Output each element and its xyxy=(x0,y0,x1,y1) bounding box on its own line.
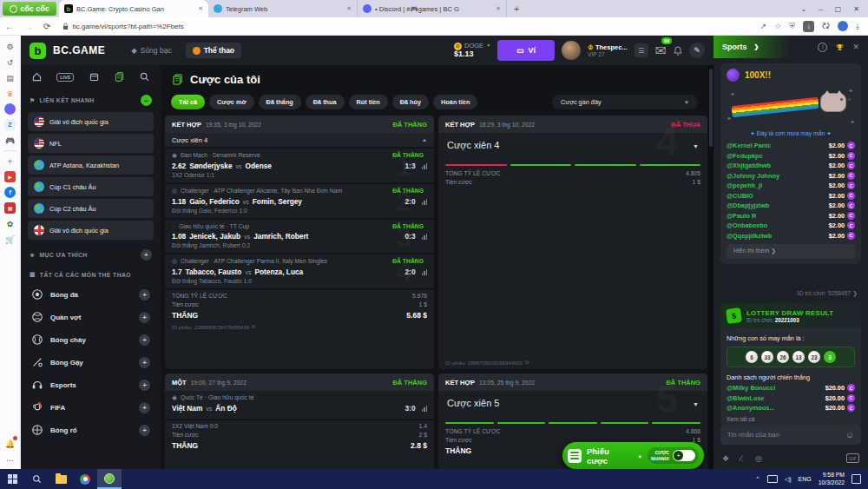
rain-winner-row[interactable]: @CUBIO$2.00C xyxy=(727,192,855,200)
user-avatar[interactable] xyxy=(562,41,581,60)
quick-link-item[interactable]: ATP Astana, Kazakhstan xyxy=(28,155,154,175)
filter-cancelled[interactable]: Đã hủy xyxy=(392,95,429,109)
maximize-button[interactable]: ▢ xyxy=(835,5,842,13)
zalo-icon[interactable]: Z xyxy=(4,119,16,130)
chat-rules-icon[interactable]: ∕. xyxy=(740,454,744,463)
expand-sport-button[interactable]: + xyxy=(139,402,150,413)
scrollbar-thumb[interactable] xyxy=(709,69,713,147)
more-icon[interactable]: ⋯ xyxy=(4,454,16,466)
collapse-icon[interactable]: ▲ xyxy=(422,137,427,142)
youtube-icon[interactable]: ▶ xyxy=(4,171,16,182)
search-icon[interactable] xyxy=(139,71,150,83)
sidebar-item-tennis[interactable]: Quần vợt + xyxy=(28,307,154,327)
quick-bet-toggle[interactable]: CƯỢCNHANH! + xyxy=(648,447,699,464)
view-all-link[interactable]: Xem tất cả xyxy=(727,416,855,422)
chat-toggle-icon[interactable]: ✎ xyxy=(689,43,705,58)
taskbar-clock[interactable]: 9:58 PM10/3/2022 xyxy=(819,472,845,486)
network-icon[interactable] xyxy=(767,475,778,483)
coin-drop-icon[interactable]: ◎ xyxy=(755,454,762,463)
taskbar-search-icon[interactable] xyxy=(24,469,49,489)
tab-telegram[interactable]: Telegram Web✕ xyxy=(208,0,358,17)
lottery-winner-row[interactable]: @Milky Bonucci$20.00C xyxy=(727,384,855,392)
share-icon[interactable]: ↗ xyxy=(760,22,767,30)
chat-channel-sports[interactable]: Sports❯ xyxy=(713,36,793,58)
quick-link-item[interactable]: Giải vô địch quốc gia xyxy=(28,112,154,131)
rain-game-id[interactable]: ID trò chơi: 5258457 ❯ xyxy=(798,290,858,297)
bell-icon[interactable]: 🔔 xyxy=(4,438,16,449)
bcgame-logo-icon[interactable]: b xyxy=(30,43,46,59)
lottery-winner-row[interactable]: @Anonymous...$20.00C xyxy=(727,404,855,412)
chrome-icon[interactable] xyxy=(73,469,97,489)
filter-lost[interactable]: Đã thua xyxy=(306,95,345,109)
games-controller-icon[interactable]: 🎮 xyxy=(4,135,16,146)
expand-sport-button[interactable]: + xyxy=(139,334,150,346)
volume-icon[interactable]: ◁) xyxy=(785,476,792,483)
rain-winner-row[interactable]: @Qqepjdkziwb$2.00C xyxy=(727,232,855,240)
copy-icon[interactable]: ⧉ xyxy=(252,324,255,330)
tab-close-icon[interactable]: ✕ xyxy=(346,5,352,12)
action-center-icon[interactable] xyxy=(852,474,861,484)
sidebar-item-football[interactable]: Bóng đá + xyxy=(28,285,154,304)
stats-bars-icon[interactable] xyxy=(422,199,428,205)
sort-dropdown[interactable]: Cược gần đây ▼ xyxy=(552,95,698,109)
stats-bars-icon[interactable] xyxy=(422,269,428,275)
sidebar-item-cricket[interactable]: Bóng Gậy + xyxy=(28,353,154,372)
expand-icon[interactable]: ▼ xyxy=(693,143,699,149)
file-explorer-icon[interactable] xyxy=(49,469,73,489)
coccoc-taskbar-icon[interactable] xyxy=(97,469,122,489)
leaf-app-icon[interactable]: ✿ xyxy=(4,218,16,229)
expand-sport-button[interactable]: + xyxy=(139,289,150,301)
collapse-quick-links-button[interactable]: − xyxy=(141,95,152,106)
facebook-icon[interactable]: f xyxy=(4,187,16,198)
bet-card-combo-lost[interactable]: KẾT HỢP18:29, 3 thg 10, 2022ĐÃ THUA 4 Cư… xyxy=(438,116,707,369)
wallet-button[interactable]: ▭Ví xyxy=(497,40,555,61)
reading-list-icon[interactable]: ▤ xyxy=(4,72,16,83)
my-bets-icon[interactable] xyxy=(114,71,125,83)
shield-icon[interactable]: ⛨ xyxy=(789,22,795,31)
quick-link-item[interactable]: Cúp C1 châu Âu xyxy=(28,177,154,196)
stats-bars-icon[interactable] xyxy=(422,406,428,412)
sidebar-item-basketball[interactable]: Bóng rổ + xyxy=(28,420,154,439)
tab-close-icon[interactable]: ✕ xyxy=(496,5,501,12)
calendar-icon[interactable] xyxy=(89,71,100,83)
stats-bars-icon[interactable] xyxy=(422,163,428,169)
expand-sport-button[interactable]: + xyxy=(139,380,150,391)
rain-winner-row[interactable]: @Kernel Panic$2.00C xyxy=(727,142,855,149)
inbox-button[interactable]: ✉99 xyxy=(655,43,667,59)
rain-winner-row[interactable]: @Fedupkpc$2.00C xyxy=(727,152,855,160)
bet-card-single-won[interactable]: MỘT19:00, 27 thg 9, 2022ĐÃ THẮNG ◉Quốc T… xyxy=(165,373,434,469)
rain-winner-row[interactable]: @Xhjtgatdhwb$2.00C xyxy=(727,162,855,169)
lottery-winner-row[interactable]: @BIwinLose$20.00C xyxy=(727,394,855,402)
tab-discord[interactable]: • Discord | #🎮games | BC G✕ xyxy=(358,0,507,17)
filter-won[interactable]: Đã thắng xyxy=(259,95,301,109)
chat-message-input[interactable]: Tin nhắn của bạn ☺ xyxy=(720,425,861,445)
emoji-icon[interactable]: ☺ xyxy=(845,430,854,439)
start-button[interactable] xyxy=(0,469,24,489)
home-icon[interactable] xyxy=(31,71,43,83)
quick-link-item[interactable]: Cúp C2 châu Âu xyxy=(28,199,154,218)
copy-icon[interactable]: ⧉ xyxy=(525,360,529,366)
add-favorite-button[interactable]: + xyxy=(141,249,152,261)
quick-link-item[interactable]: Giải vô địch quốc gia xyxy=(28,221,154,240)
tray-chevron-icon[interactable]: ⌃ xyxy=(755,476,760,483)
filter-refund[interactable]: Hoàn tiền xyxy=(433,95,477,109)
download-active-icon[interactable]: ↓ xyxy=(803,21,814,32)
browser-profile-avatar[interactable] xyxy=(838,21,848,31)
notifications-icon[interactable]: 🗘 xyxy=(822,22,830,30)
bookmark-star-icon[interactable]: ☆ xyxy=(774,22,781,30)
tab-search-icon[interactable]: ⌄ xyxy=(801,5,807,13)
gif-keyboard-icon[interactable]: GIF xyxy=(846,453,859,463)
forward-icon[interactable]: → xyxy=(24,22,33,31)
live-icon[interactable]: LIVE xyxy=(56,73,74,82)
user-menu-button[interactable]: ☰ xyxy=(635,43,648,57)
shopping-app-icon[interactable]: ▦ xyxy=(4,202,16,214)
nav-sports[interactable]: Thể thao xyxy=(186,43,241,58)
expand-sport-button[interactable]: + xyxy=(139,425,150,436)
new-tab-button[interactable]: + xyxy=(514,3,519,14)
quick-link-item[interactable]: NFL xyxy=(28,134,154,153)
filter-open[interactable]: Cược mở xyxy=(209,95,254,109)
filter-all[interactable]: Tất cả xyxy=(171,95,205,109)
url-field[interactable]: bc.game/vi/sports?bt-path=%2Fbets xyxy=(56,20,760,33)
language-indicator[interactable]: ENG xyxy=(799,476,812,482)
rain-winner-row[interactable]: @Dbapjyjziwb$2.00C xyxy=(727,202,855,209)
